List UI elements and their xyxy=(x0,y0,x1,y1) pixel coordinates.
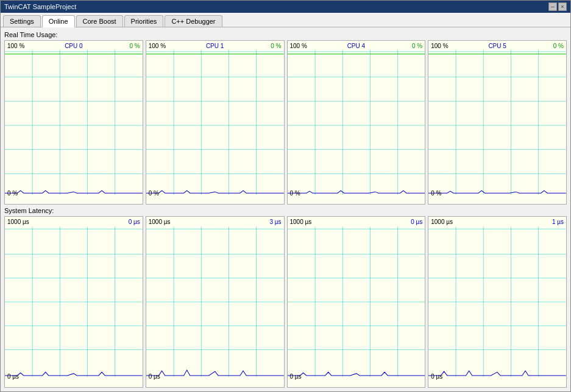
cpu0-header: 100 % CPU 0 0 % xyxy=(5,42,143,50)
cpu0-chart: 100 % CPU 0 0 % 0 % xyxy=(4,40,143,205)
title-bar-left: TwinCAT SampleProject xyxy=(4,3,76,10)
cpu5-name: CPU 5 xyxy=(488,43,506,49)
lat1-top-left: 1000 µs xyxy=(149,219,171,225)
lat0-header: 1000 µs 0 µs xyxy=(5,218,143,226)
cpu4-bottom-left: 0 % xyxy=(290,190,300,197)
tab-settings[interactable]: Settings xyxy=(3,15,41,27)
lat0-chart: 1000 µs 0 µs 0 µs xyxy=(4,216,143,388)
tab-online[interactable]: Online xyxy=(42,15,75,27)
cpu1-bottom-left: 0 % xyxy=(149,190,159,197)
content-area: Real Time Usage: 100 % CPU 0 0 % 0 % xyxy=(1,27,570,391)
lat5-header: 1000 µs 1 µs xyxy=(428,218,566,226)
latency-section: System Latency: 1000 µs 0 µs 0 µs xyxy=(4,207,567,388)
lat4-top-right: 0 µs xyxy=(411,219,422,225)
lat1-top-right: 3 µs xyxy=(269,219,281,225)
cpu4-top-left: 100 % xyxy=(290,43,307,49)
latency-label: System Latency: xyxy=(4,207,567,214)
main-window: TwinCAT SampleProject ─ × Settings Onlin… xyxy=(0,0,571,392)
realtime-section: Real Time Usage: 100 % CPU 0 0 % 0 % xyxy=(4,31,567,205)
tab-priorities[interactable]: Priorities xyxy=(124,15,164,27)
cpu4-chart: 100 % CPU 4 0 % 0 % xyxy=(287,40,426,205)
cpu1-chart: 100 % CPU 1 0 % 0 % xyxy=(146,40,285,205)
cpu1-top-left: 100 % xyxy=(149,43,166,49)
cpu0-top-right: 0 % xyxy=(130,43,140,49)
cpu1-svg xyxy=(146,41,284,204)
latency-charts-row: 1000 µs 0 µs 0 µs xyxy=(4,216,567,388)
cpu4-name: CPU 4 xyxy=(347,43,365,49)
lat0-top-right: 0 µs xyxy=(129,219,140,225)
cpu0-name: CPU 0 xyxy=(65,43,82,49)
cpu0-svg xyxy=(5,41,143,204)
cpu5-chart: 100 % CPU 5 0 % 0 % xyxy=(428,40,567,205)
realtime-charts-row: 100 % CPU 0 0 % 0 % xyxy=(4,40,567,205)
title-bar: TwinCAT SampleProject ─ × xyxy=(1,1,570,13)
lat0-svg xyxy=(5,217,143,387)
cpu1-header: 100 % CPU 1 0 % xyxy=(146,42,284,50)
lat4-header: 1000 µs 0 µs xyxy=(288,218,425,226)
tab-cppdebugger[interactable]: C++ Debugger xyxy=(165,15,222,27)
cpu5-top-right: 0 % xyxy=(553,43,564,49)
lat1-svg xyxy=(146,217,284,387)
pin-button[interactable]: ─ xyxy=(548,2,557,11)
lat5-svg xyxy=(428,217,566,387)
lat4-svg xyxy=(288,217,425,387)
cpu0-top-left: 100 % xyxy=(7,43,24,49)
lat5-top-left: 1000 µs xyxy=(431,219,453,225)
lat1-bottom-left: 0 µs xyxy=(149,373,160,380)
lat0-bottom-left: 0 µs xyxy=(7,373,19,380)
cpu4-svg xyxy=(288,41,425,204)
title-bar-controls: ─ × xyxy=(548,2,567,11)
lat1-header: 1000 µs 3 µs xyxy=(146,218,284,226)
lat5-bottom-left: 0 µs xyxy=(431,373,442,380)
tab-coreboost[interactable]: Core Boost xyxy=(76,15,123,27)
lat1-chart: 1000 µs 3 µs 0 µs xyxy=(146,216,285,388)
cpu0-bottom-left: 0 % xyxy=(7,190,18,197)
tab-bar: Settings Online Core Boost Priorities C+… xyxy=(1,13,570,27)
cpu1-top-right: 0 % xyxy=(271,43,281,49)
lat4-top-left: 1000 µs xyxy=(290,219,312,225)
cpu5-top-left: 100 % xyxy=(431,43,448,49)
cpu5-bottom-left: 0 % xyxy=(431,190,441,197)
lat0-top-left: 1000 µs xyxy=(7,219,29,225)
cpu5-svg xyxy=(428,41,566,204)
lat5-top-right: 1 µs xyxy=(552,219,564,225)
close-button[interactable]: × xyxy=(558,2,567,11)
realtime-label: Real Time Usage: xyxy=(4,31,567,38)
cpu1-name: CPU 1 xyxy=(206,43,224,49)
cpu5-header: 100 % CPU 5 0 % xyxy=(428,42,566,50)
cpu4-top-right: 0 % xyxy=(412,43,422,49)
window-title: TwinCAT SampleProject xyxy=(4,3,76,10)
lat4-chart: 1000 µs 0 µs 0 µs xyxy=(287,216,426,388)
cpu4-header: 100 % CPU 4 0 % xyxy=(288,42,425,50)
lat5-chart: 1000 µs 1 µs 0 µs xyxy=(428,216,567,388)
lat4-bottom-left: 0 µs xyxy=(290,373,302,380)
